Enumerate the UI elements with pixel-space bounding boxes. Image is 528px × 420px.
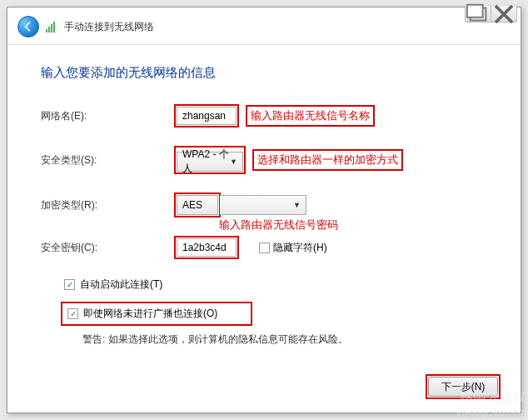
svg-rect-1 bbox=[467, 4, 483, 17]
footer: 下一步(N) bbox=[426, 374, 501, 399]
titlebar bbox=[466, 6, 517, 22]
encryption-type-select-rest[interactable]: ▼ bbox=[220, 195, 306, 215]
auto-start-label: 自动启动此连接(T) bbox=[80, 278, 162, 292]
security-type-select[interactable]: WPA2 - 个人 ▼ bbox=[177, 152, 243, 172]
content-area: 输入您要添加的无线网络的信息 网络名(E): 输入路由器无线信号名称 安全类型(… bbox=[7, 45, 521, 347]
warning-text: 警告: 如果选择此选项，则计算机的隐私信息可能存在风险。 bbox=[82, 332, 487, 347]
network-name-input[interactable] bbox=[177, 107, 237, 125]
row-network-name: 网络名(E): 输入路由器无线信号名称 bbox=[41, 104, 487, 128]
annot-security-type: 选择和路由器一样的加密方式 bbox=[252, 149, 403, 171]
header-title: 手动连接到无线网络 bbox=[64, 20, 154, 34]
security-key-input[interactable] bbox=[177, 238, 237, 257]
back-arrow-icon bbox=[22, 21, 34, 32]
close-button[interactable] bbox=[491, 6, 517, 22]
hide-chars-option[interactable]: 隐藏字符(H) bbox=[259, 241, 327, 255]
row-security-type: 安全类型(S): WPA2 - 个人 ▼ 选择和路由器一样的加密方式 bbox=[41, 146, 487, 174]
label-security-key: 安全密钥(C): bbox=[41, 241, 174, 255]
wizard-window: 手动连接到无线网络 输入您要添加的无线网络的信息 网络名(E): 输入路由器无线… bbox=[7, 7, 521, 413]
chevron-down-icon: ▼ bbox=[293, 201, 301, 209]
row-encryption-type: 加密类型(R): AES ▼ 输入路由器无线信号密码 bbox=[41, 192, 487, 218]
help-button[interactable] bbox=[465, 6, 491, 22]
chevron-down-icon: ▼ bbox=[230, 158, 237, 166]
hide-chars-checkbox[interactable] bbox=[259, 242, 270, 253]
label-network-name: 网络名(E): bbox=[41, 109, 174, 123]
highlight-network-name bbox=[174, 104, 239, 128]
row-auto-start[interactable]: 自动启动此连接(T) bbox=[64, 278, 487, 292]
connect-hidden-checkbox[interactable] bbox=[67, 308, 78, 319]
auto-start-checkbox[interactable] bbox=[64, 279, 75, 290]
connect-hidden-label: 即使网络未进行广播也连接(O) bbox=[83, 307, 217, 321]
highlight-security-key bbox=[174, 236, 239, 259]
help-icon bbox=[466, 2, 491, 27]
wifi-signal-icon bbox=[46, 21, 57, 32]
annot-network-name: 输入路由器无线信号名称 bbox=[246, 105, 375, 127]
close-icon bbox=[491, 2, 516, 27]
label-security-type: 安全类型(S): bbox=[41, 153, 174, 168]
highlight-encryption-type: AES bbox=[174, 192, 221, 218]
highlight-security-type: WPA2 - 个人 ▼ bbox=[174, 146, 246, 174]
encryption-type-select-boxed[interactable]: AES bbox=[177, 195, 218, 215]
next-button[interactable]: 下一步(N) bbox=[428, 377, 498, 397]
page-title: 输入您要添加的无线网络的信息 bbox=[41, 65, 487, 81]
hide-chars-label: 隐藏字符(H) bbox=[273, 241, 327, 255]
highlight-next: 下一步(N) bbox=[426, 374, 501, 399]
label-encryption-type: 加密类型(R): bbox=[41, 198, 174, 212]
back-button[interactable] bbox=[17, 16, 39, 38]
row-security-key: 安全密钥(C): 隐藏字符(H) bbox=[41, 236, 487, 259]
header-bar: 手动连接到无线网络 bbox=[7, 8, 521, 45]
annot-security-key: 输入路由器无线信号密码 bbox=[219, 218, 338, 232]
security-type-value: WPA2 - 个人 bbox=[182, 148, 230, 176]
encryption-type-value: AES bbox=[182, 199, 202, 211]
row-connect-hidden[interactable]: 即使网络未进行广播也连接(O) bbox=[61, 302, 252, 326]
